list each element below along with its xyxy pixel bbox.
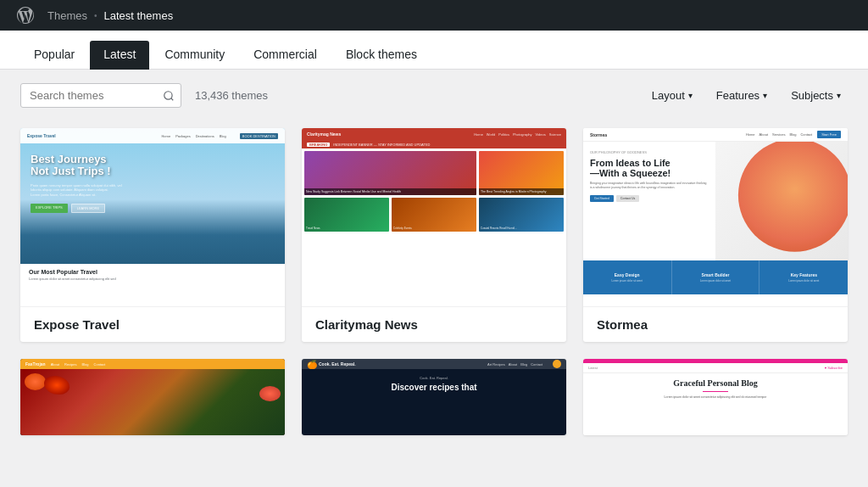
breadcrumb-current: Latest themes — [103, 9, 173, 22]
theme-card-foodblogger[interactable]: FasTrojan About Recipes Blog Contact — [20, 359, 285, 435]
top-bar: Themes • Latest themes — [0, 0, 868, 31]
svg-point-0 — [164, 91, 172, 98]
tabs-list: Popular Latest Community Commercial Bloc… — [20, 31, 848, 69]
theme-card-claritymag-news[interactable]: Claritymag News Home World Politics Phot… — [302, 128, 566, 342]
breadcrumb-sep: • — [94, 11, 97, 20]
tabs-container: Popular Latest Community Commercial Bloc… — [0, 31, 868, 70]
tab-community[interactable]: Community — [151, 41, 238, 70]
theme-preview-recipes: 🍊 Cook. Eat. Repeal. Art Recipes About B… — [302, 359, 566, 435]
tab-latest[interactable]: Latest — [90, 41, 149, 70]
theme-preview-claritymag: Claritymag News Home World Politics Phot… — [302, 128, 566, 306]
breadcrumb: Themes • Latest themes — [47, 9, 173, 22]
features-label: Features — [716, 89, 760, 102]
themes-link[interactable]: Themes — [47, 9, 87, 22]
theme-card-stormea[interactable]: Stormea HomeAboutServicesBlogContact Sta… — [583, 128, 848, 342]
wp-logo[interactable] — [14, 3, 37, 27]
theme-count: 13,436 themes — [195, 89, 268, 102]
svg-line-1 — [171, 98, 174, 100]
theme-preview-expose-travel: Expose Travel HomePackagesDestinationsBl… — [20, 128, 285, 306]
subjects-chevron: ▾ — [837, 91, 841, 100]
layout-filter[interactable]: Layout ▾ — [645, 86, 699, 105]
search-wrapper — [20, 83, 181, 108]
theme-card-graceful-blog[interactable]: Latest ♥ Subscribe Graceful Personal Blo… — [583, 359, 848, 435]
filter-bar: 13,436 themes Layout ▾ Features ▾ Subjec… — [20, 83, 848, 108]
features-chevron: ▾ — [763, 91, 767, 100]
subjects-filter[interactable]: Subjects ▾ — [784, 86, 848, 105]
subjects-label: Subjects — [791, 89, 833, 102]
theme-preview-stormea: Stormea HomeAboutServicesBlogContact Sta… — [583, 128, 848, 306]
theme-grid: Expose Travel HomePackagesDestinationsBl… — [20, 128, 848, 435]
tab-popular[interactable]: Popular — [20, 41, 88, 70]
theme-name-stormea: Stormea — [583, 306, 848, 342]
theme-name-claritymag: Claritymag News — [302, 306, 566, 342]
filter-right: Layout ▾ Features ▾ Subjects ▾ — [645, 86, 848, 105]
theme-name-expose-travel: Expose Travel — [20, 306, 285, 342]
theme-card-discover-recipes[interactable]: 🍊 Cook. Eat. Repeal. Art Recipes About B… — [302, 359, 566, 435]
tab-commercial[interactable]: Commercial — [240, 41, 331, 70]
search-input[interactable] — [20, 83, 181, 108]
filter-area: 13,436 themes Layout ▾ Features ▾ Subjec… — [0, 70, 868, 449]
theme-preview-graceful: Latest ♥ Subscribe Graceful Personal Blo… — [583, 359, 848, 435]
layout-chevron: ▾ — [688, 91, 693, 100]
tab-block-themes[interactable]: Block themes — [332, 41, 431, 70]
theme-card-expose-travel[interactable]: Expose Travel HomePackagesDestinationsBl… — [20, 128, 285, 342]
layout-label: Layout — [652, 89, 685, 102]
search-button[interactable] — [163, 90, 175, 102]
theme-preview-foodblogger: FasTrojan About Recipes Blog Contact — [20, 359, 285, 435]
filter-left: 13,436 themes — [20, 83, 268, 108]
features-filter[interactable]: Features ▾ — [709, 86, 774, 105]
